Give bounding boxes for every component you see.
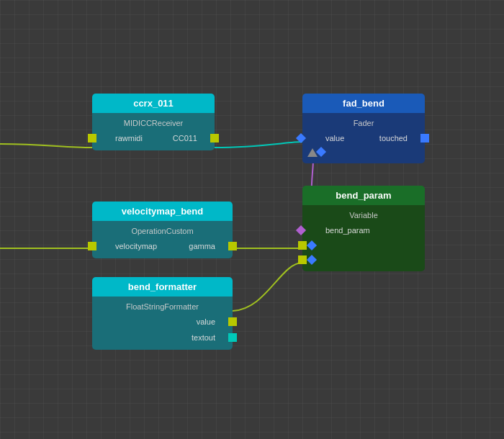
node-fmt-value-row[interactable]: value <box>92 314 233 330</box>
node-bend-param: bend_param Variable bend_param <box>302 186 425 271</box>
connections-layer <box>0 0 504 439</box>
node-fad-title[interactable]: fad_bend <box>302 94 425 113</box>
node-fad: fad_bend Fader value touched <box>302 94 425 163</box>
node-fmt-textout-row[interactable]: textout <box>92 330 233 345</box>
node-formatter: bend_formatter FloatStringFormatter valu… <box>92 277 233 350</box>
port-vel-label: velocitymap <box>109 242 163 250</box>
port-value-label: value <box>320 134 350 142</box>
node-velocitymap: velocitymap_bend OperationCustom velocit… <box>92 202 233 258</box>
port-gamma-right-sq[interactable] <box>228 242 237 250</box>
node-ccrx-port-rawmidi[interactable]: rawmidi CC011 <box>92 130 215 146</box>
node-ccrx-subtype: MIDICCReceiver <box>92 116 215 130</box>
node-fmt-title[interactable]: bend_formatter <box>92 277 233 297</box>
port-fad-triangle[interactable] <box>307 148 318 157</box>
port-touched-right-sq[interactable] <box>420 134 429 142</box>
port-bend-out1[interactable] <box>298 241 307 250</box>
port-bend-diamond1[interactable] <box>307 240 317 250</box>
port-fmt-value-sq[interactable] <box>228 317 237 326</box>
node-vel-port-row[interactable]: velocitymap gamma <box>92 238 233 254</box>
port-bend-out2[interactable] <box>298 255 307 264</box>
port-bend-param-left-diamond[interactable] <box>296 225 306 235</box>
port-fad-diamond2[interactable] <box>316 147 326 157</box>
node-vel-subtype: OperationCustom <box>92 224 233 238</box>
port-rawmidi-label: rawmidi <box>109 134 148 142</box>
port-fmt-textout-sq[interactable] <box>228 333 237 342</box>
node-fmt-subtype: FloatStringFormatter <box>92 299 233 314</box>
port-cc011-right-sq[interactable] <box>210 134 219 142</box>
port-value-left-diamond[interactable] <box>296 133 306 143</box>
port-bend-diamond2[interactable] <box>307 255 317 265</box>
node-fad-subtype: Fader <box>302 116 425 130</box>
port-touched-label: touched <box>374 134 413 142</box>
node-bend-port-row[interactable]: bend_param <box>302 222 425 238</box>
node-vel-title[interactable]: velocitymap_bend <box>92 202 233 221</box>
node-fad-port-row[interactable]: value touched <box>302 130 425 146</box>
port-fmt-textout-label: textout <box>186 333 221 342</box>
node-ccrx: ccrx_011 MIDICCReceiver rawmidi CC011 <box>92 94 215 150</box>
port-gamma-label: gamma <box>183 242 221 250</box>
port-fmt-value-label: value <box>191 317 221 326</box>
port-vel-left-sq[interactable] <box>88 242 96 250</box>
port-bend-param-label: bend_param <box>320 226 376 235</box>
port-rawmidi-left-sq[interactable] <box>88 134 96 142</box>
node-ccrx-title[interactable]: ccrx_011 <box>92 94 215 113</box>
node-bend-subtype: Variable <box>302 208 425 222</box>
port-cc011-label: CC011 <box>167 134 203 142</box>
node-bend-title[interactable]: bend_param <box>302 186 425 205</box>
